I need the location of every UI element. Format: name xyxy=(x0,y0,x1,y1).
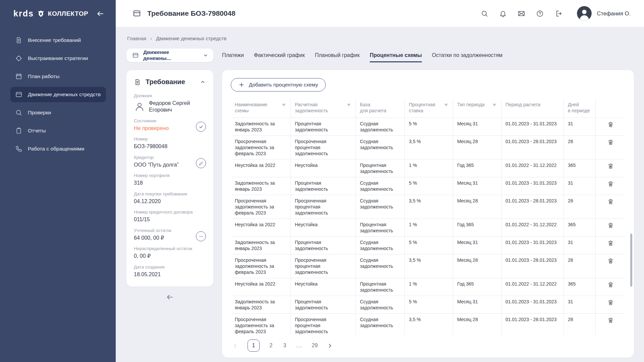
trash-icon[interactable] xyxy=(607,299,614,306)
filter-icon[interactable] xyxy=(346,102,352,108)
sidebar-item-label: Движение денежных стредств xyxy=(28,92,101,98)
logout-icon[interactable] xyxy=(554,10,562,17)
cell-days-in-period: 28 xyxy=(564,136,596,159)
cell-interest-rate: 1 % xyxy=(405,160,453,177)
cell-period-type: Год 365 xyxy=(453,278,501,296)
chevron-up-icon[interactable] xyxy=(200,79,206,85)
field-value: 318 xyxy=(134,180,206,186)
pagination-page[interactable]: 3 xyxy=(282,343,287,349)
chevron-right-icon[interactable] xyxy=(327,343,333,349)
sidebar-item[interactable]: Работа с обращениями xyxy=(10,141,106,157)
column-header[interactable]: Наименование схемы xyxy=(231,99,291,118)
arrow-left-icon xyxy=(96,10,104,18)
pagination-page[interactable]: 2 xyxy=(269,343,273,349)
trash-icon[interactable] xyxy=(607,258,614,264)
sidebar-collapse-button[interactable] xyxy=(96,10,104,18)
cell-calc-period: 01.01.2022 - 31.12.2022 xyxy=(501,278,564,296)
cell-days-in-period: 31 xyxy=(564,237,596,254)
tab-item[interactable]: Платежи xyxy=(222,51,244,60)
column-header[interactable]: База для расчета xyxy=(356,99,405,118)
trash-icon[interactable] xyxy=(607,317,614,323)
cell-days-in-period: 28 xyxy=(564,314,596,335)
mail-icon[interactable] xyxy=(518,10,525,17)
tab-active[interactable]: Процентные схемы xyxy=(370,51,422,60)
field-label: Нераспределенный остаток xyxy=(134,246,206,251)
claim-field: Нераспределенный остаток 0, 00 ₽ xyxy=(134,246,206,259)
chevron-left-icon[interactable] xyxy=(232,343,238,349)
cell-calculated-debt: Процентная задолженность xyxy=(291,296,356,313)
field-label: Состояние xyxy=(134,118,193,123)
sidebar-item[interactable]: Проверки xyxy=(10,105,106,120)
column-header[interactable]: Расчетная задолженность xyxy=(291,99,356,118)
bell-icon[interactable] xyxy=(499,10,507,17)
cell-interest-rate: 3,5 % xyxy=(405,254,453,278)
filter-icon[interactable] xyxy=(281,102,286,108)
check-button[interactable] xyxy=(196,122,206,132)
field-value: Федоров Сергей Егорович xyxy=(134,100,206,114)
column-header[interactable]: Процентная ставка xyxy=(405,99,453,118)
breadcrumb-item[interactable]: Главная xyxy=(127,36,146,41)
table-row: Задолженность за январь 2023 Процентная … xyxy=(231,177,625,195)
cell-calculated-debt: Просроченная процентная задолженность xyxy=(291,195,356,219)
sidebar-item[interactable]: Выстраивание стратегии xyxy=(10,51,106,66)
search-icon[interactable] xyxy=(481,10,488,17)
avatar[interactable] xyxy=(577,6,592,21)
scrollbar-thumb[interactable] xyxy=(630,234,632,287)
breadcrumb-item[interactable]: Движение денежных стредств xyxy=(156,36,226,41)
trash-icon[interactable] xyxy=(607,139,614,145)
tab-item[interactable]: Плановый график xyxy=(315,51,360,60)
cell-calc-base: Ссудная задолженность xyxy=(356,296,405,313)
claim-fields: Должник Федоров Сергей Егорович Состояни… xyxy=(134,93,206,278)
cell-actions xyxy=(596,237,625,254)
sidebar-item[interactable]: План работы xyxy=(10,69,106,84)
user-name: Стефания О. xyxy=(597,10,631,17)
table-row: Просроченная задолженность за февраль 20… xyxy=(231,195,625,219)
table-row: Просроченная задолженность за февраль 20… xyxy=(231,136,625,160)
claim-card-title: Требование xyxy=(146,78,185,86)
back-arrow-button[interactable] xyxy=(166,293,174,301)
field-value: 64 000, 00 ₽ xyxy=(134,235,193,241)
filter-icon[interactable] xyxy=(492,102,497,108)
view-switcher[interactable]: Движение денежны... xyxy=(126,49,213,62)
cell-scheme-name: Задолженность за январь 2023 xyxy=(231,237,291,254)
sidebar-item[interactable]: Движение денежных стредств xyxy=(10,87,106,102)
cell-calc-period: 01.01.2023 - 31.01.2023 xyxy=(501,296,564,313)
trash-icon[interactable] xyxy=(607,181,614,187)
trash-icon[interactable] xyxy=(607,240,614,246)
field-value: 04.12.2020 xyxy=(134,198,206,205)
document-icon xyxy=(134,78,141,86)
add-scheme-button[interactable]: Добавить процентную схему xyxy=(231,78,326,92)
view-switcher-label: Движение денежны... xyxy=(143,49,198,61)
tab-item[interactable]: Фактический график xyxy=(254,51,305,60)
filter-icon[interactable] xyxy=(443,102,449,108)
sidebar-item[interactable]: Внесение требований xyxy=(10,33,106,48)
column-header[interactable]: Период расчета xyxy=(501,99,564,118)
field-label: Дата покупки требования xyxy=(134,191,206,196)
cell-calc-period: 01.01.2022 - 31.12.2022 xyxy=(501,219,564,236)
trash-icon[interactable] xyxy=(607,163,614,169)
pagination-page[interactable]: 1 xyxy=(248,340,260,352)
sidebar-header: krds КОЛЛЕКТОР xyxy=(0,0,116,18)
column-header[interactable]: Тип периода xyxy=(453,99,501,118)
topbar-actions: Стефания О. xyxy=(481,6,631,21)
column-header[interactable]: Дней в периоде xyxy=(564,99,596,118)
trash-icon[interactable] xyxy=(607,222,614,229)
trash-icon[interactable] xyxy=(607,121,614,128)
ellipsis-button[interactable] xyxy=(196,231,206,241)
sidebar-item-label: Выстраивание стратегии xyxy=(28,55,88,61)
trash-icon[interactable] xyxy=(607,198,614,205)
card-icon xyxy=(132,52,139,59)
trash-icon[interactable] xyxy=(607,282,614,288)
help-icon[interactable] xyxy=(536,10,544,17)
pencil-button[interactable] xyxy=(196,158,206,168)
cell-calc-period: 01.01.2023 - 28.01.2023 xyxy=(501,195,564,219)
claim-field: Номер портфеля 318 xyxy=(134,173,206,186)
pagination-page[interactable]: 29 xyxy=(312,343,318,349)
tab-item[interactable]: Остатки по задолженностям xyxy=(432,51,502,60)
cell-period-type: Месяц 31 xyxy=(453,177,501,195)
arrow-left-icon xyxy=(166,293,174,301)
sidebar-item[interactable]: Отчеты xyxy=(10,123,106,138)
ellipsis-icon xyxy=(199,234,204,239)
cell-actions xyxy=(596,219,625,236)
cell-interest-rate: 5 % xyxy=(405,296,453,313)
